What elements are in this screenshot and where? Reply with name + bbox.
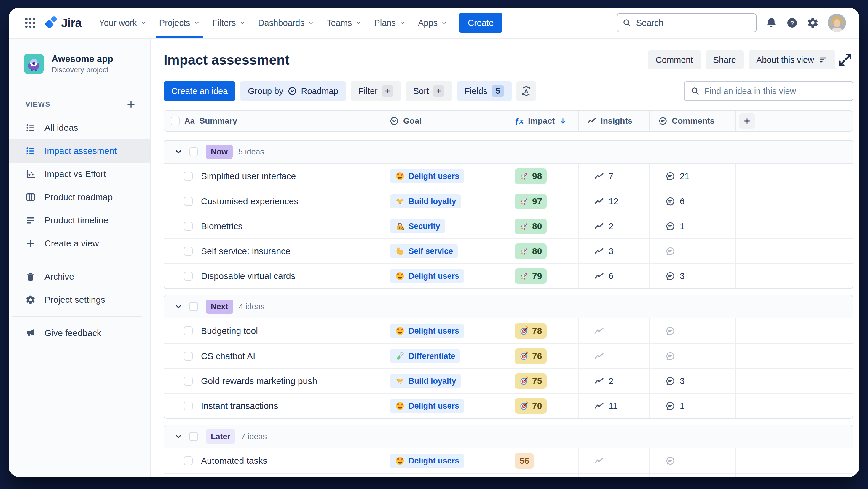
group-checkbox[interactable] <box>189 432 198 441</box>
comments-cell[interactable] <box>649 318 735 343</box>
nav-item-projects[interactable]: Projects <box>153 8 206 38</box>
sidebar-item-impact-assesment[interactable]: Impact assesment <box>9 140 150 162</box>
sidebar-item-project-settings[interactable]: Project settings <box>9 288 150 311</box>
impact-score-pill[interactable]: 80 <box>515 243 547 259</box>
row-checkbox[interactable] <box>184 456 193 465</box>
column-header-impact[interactable]: ƒxImpact <box>506 111 578 131</box>
find-idea-input[interactable] <box>704 86 847 96</box>
share-button[interactable]: Share <box>706 51 744 69</box>
sidebar-item-archive[interactable]: Archive <box>9 265 150 288</box>
impact-score-pill[interactable]: 97 <box>515 194 547 209</box>
sidebar-item-impact-vs-effort[interactable]: Impact vs Effort <box>9 162 150 186</box>
comments-cell[interactable]: 3 <box>649 264 735 288</box>
group-checkbox[interactable] <box>189 302 198 311</box>
group-by-button[interactable]: Group by Roadmap <box>240 81 346 101</box>
goal-pill[interactable]: Security <box>390 219 445 234</box>
goal-pill[interactable]: Delight users <box>390 324 464 338</box>
select-all-checkbox[interactable] <box>171 117 180 125</box>
insights-cell[interactable] <box>578 448 649 473</box>
table-row[interactable]: Disposable virtual cardsDelight users796… <box>164 263 852 288</box>
goal-pill[interactable]: Self service <box>390 244 458 258</box>
create-idea-button[interactable]: Create an idea <box>164 81 236 101</box>
table-row[interactable]: BiometricsSecurity8021 <box>164 214 852 238</box>
insights-cell[interactable]: 11 <box>578 394 649 418</box>
gear-icon[interactable] <box>807 17 819 29</box>
table-row[interactable] <box>164 473 852 477</box>
impact-score-pill[interactable]: 79 <box>515 268 547 284</box>
global-search-input[interactable] <box>636 18 751 28</box>
insights-cell[interactable] <box>578 344 649 368</box>
fields-button[interactable]: Fields 5 <box>457 81 512 101</box>
avatar[interactable] <box>828 13 846 32</box>
column-header-comments[interactable]: Comments <box>649 111 735 131</box>
group-header-now[interactable]: Now5 ideas <box>164 141 852 164</box>
sidebar-item-create-a-view[interactable]: Create a view <box>9 232 150 255</box>
goal-pill[interactable]: Differentiate <box>390 349 460 363</box>
sidebar-item-product-roadmap[interactable]: Product roadmap <box>9 186 150 209</box>
group-header-next[interactable]: Next4 ideas <box>164 295 852 318</box>
row-checkbox[interactable] <box>184 222 193 231</box>
create-button[interactable]: Create <box>459 13 502 33</box>
group-checkbox[interactable] <box>189 147 198 156</box>
table-row[interactable]: Budgeting toolDelight users78 <box>164 318 852 343</box>
row-checkbox[interactable] <box>184 247 193 255</box>
bell-icon[interactable] <box>766 17 777 29</box>
group-header-later[interactable]: Later7 ideas <box>164 425 852 448</box>
nav-item-teams[interactable]: Teams <box>320 8 368 38</box>
column-header-summary[interactable]: AaSummary <box>164 111 381 131</box>
comments-cell[interactable]: 3 <box>649 369 735 393</box>
sidebar-item-all-ideas[interactable]: All ideas <box>9 116 150 140</box>
impact-score-pill[interactable]: 75 <box>515 373 547 389</box>
table-row[interactable]: Instant transactionsDelight users70111 <box>164 393 852 418</box>
goal-pill[interactable]: Delight users <box>390 269 464 283</box>
nav-item-apps[interactable]: Apps <box>412 8 454 38</box>
comments-cell[interactable] <box>649 239 735 263</box>
goal-pill[interactable]: Delight users <box>390 399 464 413</box>
impact-score-pill[interactable]: 70 <box>515 398 547 414</box>
impact-score-pill[interactable]: 80 <box>515 219 547 234</box>
rank-button[interactable]: A <box>517 81 536 101</box>
find-idea-search[interactable] <box>684 81 853 101</box>
row-checkbox[interactable] <box>184 352 193 361</box>
nav-item-your-work[interactable]: Your work <box>93 8 153 38</box>
about-this-view-button[interactable]: About this view <box>748 51 835 69</box>
insights-cell[interactable]: 12 <box>578 189 649 214</box>
insights-cell[interactable]: 7 <box>578 164 649 189</box>
insights-cell[interactable]: 2 <box>578 214 649 238</box>
comments-cell[interactable] <box>649 448 735 473</box>
global-search[interactable] <box>617 13 756 32</box>
impact-score-pill[interactable]: 78 <box>515 323 547 339</box>
sort-button[interactable]: Sort <box>406 81 452 101</box>
row-checkbox[interactable] <box>184 197 193 206</box>
nav-item-dashboards[interactable]: Dashboards <box>252 8 320 38</box>
row-checkbox[interactable] <box>184 272 193 280</box>
app-switcher-icon[interactable] <box>24 16 37 29</box>
add-view-icon[interactable] <box>126 100 136 109</box>
goal-pill[interactable]: Delight users <box>390 169 464 183</box>
table-row[interactable]: CS chatbot AIDifferentiate76 <box>164 343 852 368</box>
comments-cell[interactable]: 1 <box>649 394 735 418</box>
column-header-insights[interactable]: Insights <box>578 111 649 131</box>
comments-cell[interactable]: 21 <box>649 164 735 189</box>
expand-icon[interactable] <box>837 52 853 68</box>
goal-pill[interactable]: Delight users <box>390 454 464 468</box>
impact-score-pill[interactable]: 76 <box>515 348 547 364</box>
comments-cell[interactable]: 1 <box>649 214 735 238</box>
help-icon[interactable]: ? <box>786 17 798 29</box>
table-row[interactable]: Automated tasksDelight users56 <box>164 448 852 473</box>
filter-button[interactable]: Filter <box>351 81 401 101</box>
sidebar-item-product-timeline[interactable]: Product timeline <box>9 209 150 232</box>
insights-cell[interactable]: 6 <box>578 264 649 288</box>
nav-item-filters[interactable]: Filters <box>206 8 252 38</box>
row-checkbox[interactable] <box>184 377 193 386</box>
impact-score-pill[interactable]: 98 <box>515 169 547 184</box>
sidebar-item-give-feedback[interactable]: Give feedback <box>9 322 150 344</box>
impact-score-pill[interactable]: 56 <box>515 453 534 468</box>
insights-cell[interactable] <box>578 474 649 477</box>
table-row[interactable]: Self service: insuranceSelf service803 <box>164 238 852 263</box>
comments-cell[interactable]: 6 <box>649 189 735 214</box>
comment-button[interactable]: Comment <box>648 51 701 69</box>
comments-cell[interactable] <box>649 474 735 477</box>
row-checkbox[interactable] <box>184 327 193 335</box>
goal-pill[interactable]: Build loyalty <box>390 194 461 209</box>
